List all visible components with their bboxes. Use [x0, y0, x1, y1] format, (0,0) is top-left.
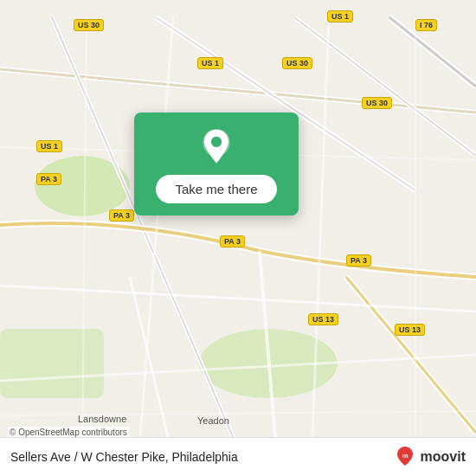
- location-pin-icon: [197, 128, 235, 166]
- location-name: Sellers Ave / W Chester Pike, Philadelph…: [10, 450, 238, 464]
- route-badge-pa3-left: PA 3: [36, 173, 61, 185]
- svg-text:Yeadon: Yeadon: [197, 415, 229, 426]
- svg-line-20: [312, 17, 329, 459]
- route-badge-pa3-mid-left: PA 3: [109, 209, 134, 222]
- moovit-icon: m: [393, 445, 417, 469]
- moovit-text: moovit: [421, 449, 466, 465]
- svg-line-10: [294, 17, 476, 156]
- svg-line-22: [0, 411, 476, 415]
- route-badge-us30-right: US 30: [362, 97, 392, 109]
- route-badge-us30-mid: US 30: [282, 57, 312, 69]
- route-badge-us1-top: US 1: [327, 10, 353, 23]
- route-badge-pa3-right: PA 3: [346, 254, 371, 267]
- route-badge-us1-left: US 1: [36, 140, 62, 152]
- svg-line-15: [0, 286, 476, 312]
- svg-text:Lansdowne: Lansdowne: [78, 414, 126, 424]
- map-container: Lansdowne Yeadon US 30 US 1 I 76 US 1 US…: [0, 0, 476, 476]
- take-me-there-button[interactable]: Take me there: [156, 175, 276, 203]
- popup-card: Take me there: [134, 113, 299, 215]
- route-badge-us13-left: US 13: [308, 313, 338, 325]
- svg-text:m: m: [402, 452, 408, 460]
- svg-point-28: [211, 137, 222, 147]
- svg-rect-2: [0, 329, 104, 398]
- route-badge-us13-right: US 13: [395, 324, 425, 336]
- route-badge-pa3-center: PA 3: [220, 235, 245, 248]
- route-badge-i76: I 76: [415, 19, 437, 31]
- moovit-logo: m moovit: [393, 445, 466, 469]
- route-badge-us1-mid: US 1: [197, 57, 223, 69]
- svg-line-4: [0, 69, 476, 113]
- bottom-bar: Sellers Ave / W Chester Pike, Philadelph…: [0, 437, 476, 476]
- route-badge-us30-top: US 30: [74, 19, 104, 31]
